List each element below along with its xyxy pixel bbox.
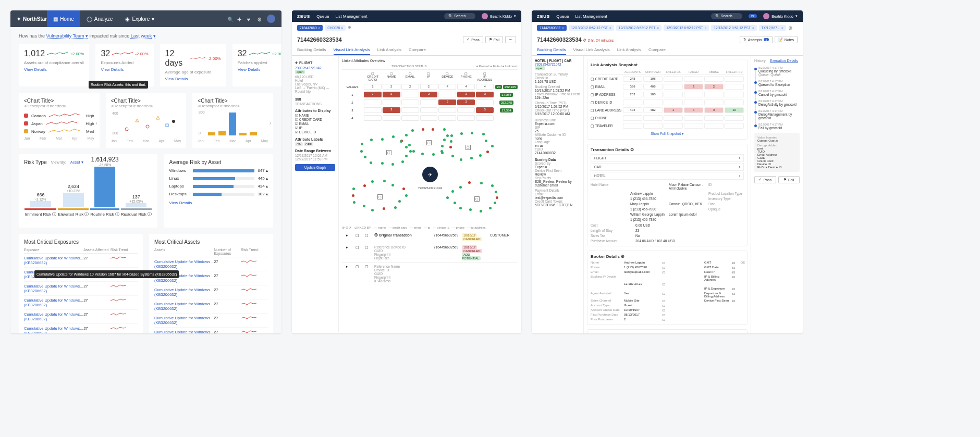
view-details-link[interactable]: View Details <box>24 67 84 72</box>
filter-tag[interactable]: 718442660 × <box>297 25 323 31</box>
expand-icon[interactable]: ▸ <box>346 245 353 249</box>
graph-node[interactable] <box>402 188 405 190</box>
nav-explore[interactable]: ◉ Explore ▾ <box>119 10 161 27</box>
graph-node[interactable] <box>405 146 408 148</box>
graph-node[interactable] <box>482 133 485 135</box>
attr-checkbox[interactable]: ☑ IP <box>295 126 335 130</box>
graph-node[interactable] <box>352 194 354 197</box>
graph-node[interactable] <box>391 184 394 186</box>
action-icon[interactable]: ⊡ <box>663 270 669 274</box>
action-icon[interactable]: ⊡ <box>663 318 669 321</box>
timestamp-tag[interactable]: 12/13/2012 8:52:12 PST × <box>616 25 662 31</box>
attempts-button[interactable]: ↻Attempts1 <box>740 36 773 43</box>
action-icon[interactable]: ⊡ <box>732 270 739 274</box>
graph-node[interactable] <box>451 155 454 157</box>
graph-node[interactable] <box>441 145 444 147</box>
user-menu[interactable]: Beatrix Kiddo ▾ <box>482 13 516 19</box>
graph-node[interactable] <box>405 194 408 197</box>
brand-logo[interactable]: ✦ NorthStar <box>17 16 47 22</box>
action-icon[interactable]: ⊡ <box>663 304 669 307</box>
add-tag[interactable]: ⊕ <box>788 25 792 31</box>
notes-button[interactable]: 📝Notes <box>775 36 798 43</box>
action-icon[interactable]: ⊡ <box>663 299 669 303</box>
action-icon[interactable]: ⊡ <box>663 266 669 269</box>
graph-node[interactable] <box>450 140 452 143</box>
exec-tab[interactable]: Execution Details <box>770 59 798 63</box>
expand-icon[interactable]: ▸ <box>346 233 353 238</box>
attr-checkbox[interactable]: ☑ DEVICE ID <box>295 130 335 134</box>
table-row[interactable]: Cumulative Update for Windows... (KB3206… <box>154 299 268 314</box>
action-icon[interactable] <box>732 318 739 321</box>
gear-icon[interactable]: ⚙ <box>624 333 628 333</box>
graph-node[interactable] <box>353 201 356 204</box>
timestamp-tag[interactable]: TX/12,567... × <box>759 25 786 31</box>
graph-node[interactable] <box>443 128 446 131</box>
txn-accordion[interactable]: CAR› <box>591 163 744 171</box>
table-row[interactable]: Cumulative Update for Windows... (KB3206… <box>154 257 268 271</box>
graph-node[interactable] <box>391 163 394 166</box>
tab-compare[interactable]: Compare <box>409 45 426 55</box>
graph-node[interactable] <box>392 135 395 138</box>
action-icon[interactable]: ⊡ <box>732 266 739 269</box>
search-input[interactable]: 🔍 Search <box>444 13 475 19</box>
risk-bar[interactable]: 666 -3.12% Imminent Risk ⓘ <box>24 192 56 217</box>
chevron-right-icon[interactable]: › <box>95 120 97 126</box>
graph-node[interactable] <box>440 150 443 153</box>
show-full-snapshot[interactable]: Show Full Snapshot ▾ <box>591 130 744 136</box>
graph-node[interactable] <box>432 153 435 156</box>
action-icon[interactable]: ⊡ <box>663 261 669 265</box>
graph-node[interactable] <box>432 128 434 131</box>
graph-node[interactable] <box>454 202 456 204</box>
graph-node[interactable] <box>401 160 404 163</box>
graph-node[interactable] <box>446 196 449 199</box>
user-menu[interactable]: Beatrix Kiddo ▾ <box>763 13 798 19</box>
table-row[interactable]: Cumulative Update for Windows... (KB3206… <box>154 314 268 328</box>
nav-queue[interactable]: Queue <box>556 14 569 19</box>
graph-node[interactable] <box>398 200 401 203</box>
table-row[interactable]: Cumulative Update for Windows... (KB3206… <box>24 282 138 296</box>
brand-logo[interactable]: ZEUS <box>297 14 310 19</box>
graph-node[interactable] <box>363 184 366 187</box>
timestamp-tag[interactable]: 12/13/2012 8:52:12 PST × <box>664 25 709 31</box>
graph-node[interactable] <box>361 143 363 145</box>
graph-node[interactable] <box>352 188 355 190</box>
graph-node[interactable] <box>460 158 462 161</box>
graph-node[interactable] <box>459 186 462 189</box>
tab-booking-details[interactable]: Booking Details <box>297 45 326 55</box>
action-icon[interactable] <box>732 308 739 312</box>
txn-accordion[interactable]: HOTEL› <box>591 172 744 180</box>
action-icon[interactable] <box>732 313 739 317</box>
graph-node[interactable] <box>412 150 415 153</box>
labels-on[interactable]: ON <box>295 142 303 146</box>
graph-node[interactable] <box>381 138 384 141</box>
graph-node[interactable] <box>409 150 412 153</box>
graph-node[interactable] <box>480 210 482 213</box>
graph-node[interactable] <box>400 140 402 143</box>
table-row[interactable]: Cumulative Update for Windows... (KB3206… <box>24 310 138 324</box>
viewby-dropdown[interactable]: Asset ▾ <box>70 160 83 165</box>
graph-node[interactable] <box>459 207 462 209</box>
gear-icon[interactable]: ⚙ <box>257 17 262 21</box>
timestamp-tag[interactable]: 12/13/2012 8:52:12 PST × <box>711 25 756 31</box>
graph-node[interactable] <box>491 184 494 187</box>
graph-node[interactable] <box>411 129 414 132</box>
graph-node[interactable] <box>371 180 374 183</box>
action-icon[interactable] <box>732 282 739 286</box>
view-details-link[interactable]: View Details <box>101 67 148 72</box>
table-row[interactable]: Cumulative Update for Windows... (KB3206… <box>154 328 268 333</box>
nav-analyze[interactable]: ◯ Analyze <box>80 10 119 27</box>
graph-node[interactable] <box>394 206 397 209</box>
fail-button[interactable]: ⚑Fail <box>778 176 800 183</box>
link-graph[interactable]: ✈ 73032543721042 ▢▢▢▢▢ <box>342 125 518 224</box>
graph-node[interactable] <box>360 150 363 153</box>
table-row[interactable]: Cumulative Update for Windows... (KB3206… <box>24 296 138 310</box>
graph-node[interactable] <box>405 134 408 136</box>
risk-bar[interactable]: 1,614,923 -15.68% Routine Risk ⓘ <box>90 156 119 217</box>
risk-bar[interactable]: 137 +15.65% Residual Risk ⓘ <box>121 194 152 217</box>
graph-node[interactable] <box>383 207 385 210</box>
cluster-icon[interactable]: ▢ <box>386 150 391 155</box>
graph-node[interactable] <box>470 157 473 159</box>
zoom-icons[interactable]: ⊕ ⊖ ⟳ <box>342 226 351 229</box>
action-icon[interactable]: ⊡ <box>732 292 739 298</box>
graph-node[interactable] <box>469 208 472 211</box>
